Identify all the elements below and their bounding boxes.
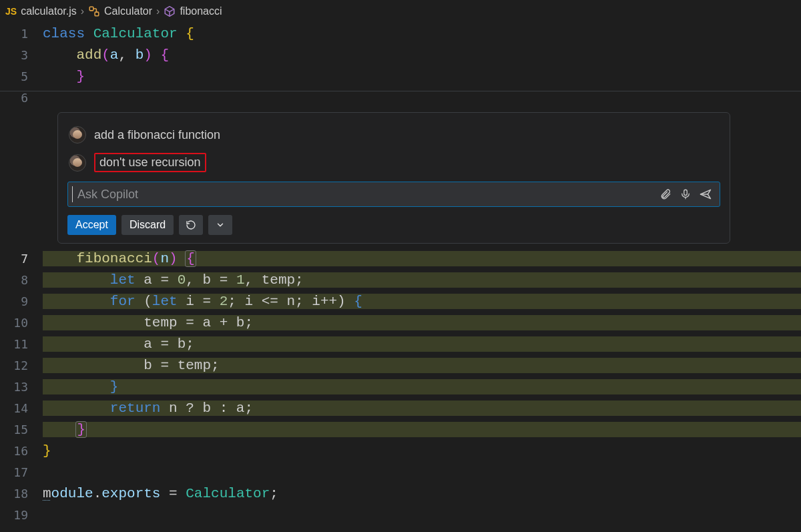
line-number: 1 — [0, 27, 43, 41]
line-number: 10 — [0, 316, 43, 330]
chat-message: add a fibonacci function — [69, 126, 720, 144]
svg-rect-1 — [95, 12, 99, 16]
line-number: 17 — [0, 465, 43, 479]
code-line-suggestion[interactable]: 9 for (let i = 2; i <= n; i++) { — [0, 290, 801, 312]
line-number: 16 — [0, 444, 43, 458]
line-number: 13 — [0, 380, 43, 394]
line-number: 9 — [0, 294, 43, 308]
breadcrumb-method-label: fibonacci — [180, 5, 222, 17]
code-line[interactable]: 1 class Calculator { — [0, 23, 801, 44]
line-number: 8 — [0, 273, 43, 287]
more-actions-button[interactable] — [208, 215, 232, 235]
discard-button[interactable]: Discard — [121, 215, 174, 235]
svg-rect-0 — [89, 7, 93, 11]
accept-button[interactable]: Accept — [67, 215, 116, 235]
chat-input-container — [67, 182, 720, 207]
chat-input[interactable] — [73, 188, 655, 202]
line-number: 6 — [0, 91, 43, 105]
chat-message-text: add a fibonacci function — [94, 128, 220, 142]
code-line[interactable]: 19 — [0, 504, 801, 525]
regen-icon — [186, 220, 196, 230]
line-number: 18 — [0, 487, 43, 501]
code-editor[interactable]: 1 class Calculator { 3 add(a, b) { 5 } 6… — [0, 23, 801, 525]
breadcrumb-class-label: Calculator — [104, 5, 152, 17]
avatar — [69, 154, 86, 172]
svg-rect-2 — [684, 190, 688, 195]
line-number: 11 — [0, 337, 43, 351]
breadcrumb-class[interactable]: Calculator — [88, 5, 152, 17]
line-number: 3 — [0, 48, 43, 62]
line-number: 12 — [0, 358, 43, 372]
attach-icon[interactable] — [655, 184, 676, 204]
code-line[interactable]: 18 module.exports = Calculator; — [0, 483, 801, 504]
line-number: 7 — [0, 252, 43, 266]
code-line-suggestion[interactable]: 14 return n ? b : a; — [0, 397, 801, 419]
code-line[interactable]: 3 add(a, b) { — [0, 44, 801, 65]
chevron-down-icon — [216, 220, 225, 230]
mic-icon[interactable] — [676, 184, 696, 204]
code-line-suggestion[interactable]: 7 fibonacci(n) { — [0, 248, 801, 269]
chat-actions: Accept Discard — [67, 215, 720, 235]
avatar — [69, 126, 86, 144]
inline-chat-panel: add a fibonacci function don't use recur… — [57, 112, 730, 244]
breadcrumb-method[interactable]: fibonacci — [164, 5, 222, 17]
line-number: 15 — [0, 423, 43, 437]
method-icon — [164, 5, 176, 17]
code-line[interactable]: 5 } — [0, 65, 801, 87]
js-icon: JS — [5, 6, 17, 17]
line-number: 14 — [0, 401, 43, 415]
code-line[interactable]: 16 } — [0, 440, 801, 461]
chevron-right-icon: › — [81, 5, 84, 17]
code-line-suggestion[interactable]: 15 } — [0, 419, 801, 440]
line-number: 19 — [0, 508, 43, 522]
breadcrumb-file[interactable]: JS calculator.js — [5, 5, 77, 17]
code-line-suggestion[interactable]: 8 let a = 0, b = 1, temp; — [0, 269, 801, 290]
line-number: 5 — [0, 69, 43, 83]
class-icon — [88, 5, 100, 17]
code-line[interactable]: 17 — [0, 461, 801, 483]
code-line-suggestion[interactable]: 10 temp = a + b; — [0, 312, 801, 333]
code-line-suggestion[interactable]: 11 a = b; — [0, 333, 801, 354]
chat-message: don't use recursion — [69, 153, 720, 172]
breadcrumb-file-label: calculator.js — [21, 5, 77, 17]
code-line-suggestion[interactable]: 13 } — [0, 376, 801, 397]
breadcrumb: JS calculator.js › Calculator › fibonacc… — [0, 0, 801, 23]
code-line-suggestion[interactable]: 12 b = temp; — [0, 354, 801, 376]
send-icon[interactable] — [696, 184, 716, 204]
chat-message-text: don't use recursion — [94, 153, 206, 172]
chevron-right-icon: › — [156, 5, 160, 17]
fold-separator — [0, 91, 801, 91]
regenerate-button[interactable] — [179, 215, 203, 235]
code-line[interactable]: 6 — [0, 87, 801, 108]
